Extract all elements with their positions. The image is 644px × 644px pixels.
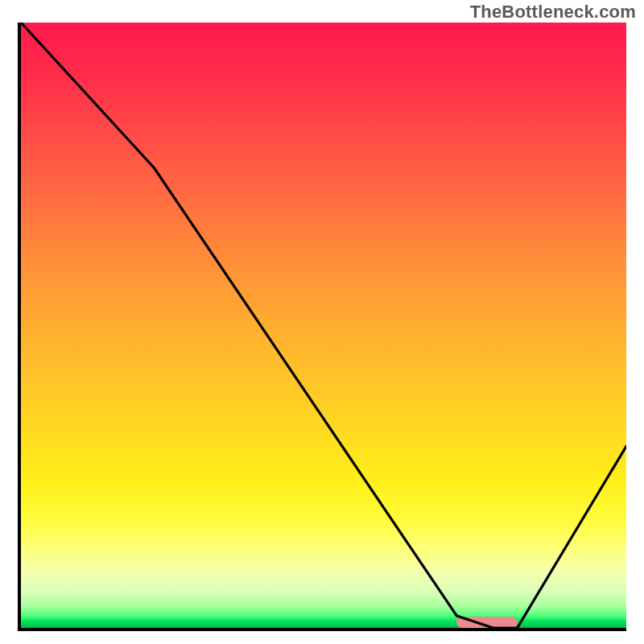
chart-plot-area [18, 23, 626, 631]
bottleneck-curve-path [21, 23, 626, 628]
bottleneck-curve [21, 23, 626, 628]
attribution-text: TheBottleneck.com [470, 2, 636, 23]
